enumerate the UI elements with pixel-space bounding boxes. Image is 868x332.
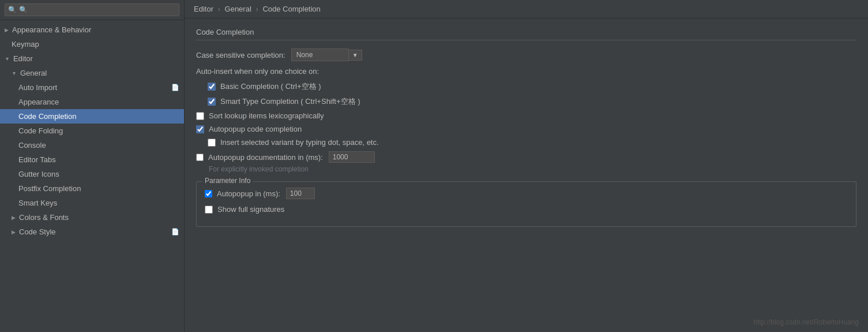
autopopup-doc-input[interactable] xyxy=(329,151,375,163)
sidebar-label-postfix-completion: Postfix Completion xyxy=(18,184,81,193)
doc-icon-auto-import: 📄 xyxy=(171,84,179,91)
sidebar-item-editor[interactable]: ▼Editor xyxy=(0,51,184,66)
sidebar-label-code-completion: Code Completion xyxy=(18,112,76,121)
show-full-sig-checkbox[interactable] xyxy=(205,206,213,214)
sidebar-label-smart-keys: Smart Keys xyxy=(18,199,57,207)
sidebar-item-appearance[interactable]: Appearance xyxy=(0,95,184,109)
sidebar-label-keymap: Keymap xyxy=(12,40,39,49)
sidebar-item-auto-import[interactable]: Auto Import📄 xyxy=(0,80,184,95)
smart-type-checkbox[interactable] xyxy=(208,98,216,106)
breadcrumb-part-0: Editor xyxy=(194,5,213,13)
sidebar: 🔍 ▶Appearance & BehaviorKeymap▼Editor▼Ge… xyxy=(0,0,185,332)
sort-lookup-checkbox[interactable] xyxy=(196,112,204,120)
sidebar-item-colors-fonts[interactable]: ▶Colors & Fonts xyxy=(0,210,184,225)
watermark: http://blog.csdn.net/RobertoHuang xyxy=(753,318,859,326)
smart-type-row: Smart Type Completion ( Ctrl+Shift+空格 ) xyxy=(208,96,856,107)
insert-variant-checkbox[interactable] xyxy=(208,139,216,147)
sidebar-label-appearance: Appearance xyxy=(18,98,59,106)
sort-lookup-row: Sort lookup items lexicographically xyxy=(196,111,856,120)
sidebar-label-editor-tabs: Editor Tabs xyxy=(18,155,56,164)
sidebar-item-appearance-behavior[interactable]: ▶Appearance & Behavior xyxy=(0,23,184,37)
autopopup-completion-checkbox[interactable] xyxy=(196,125,204,133)
sidebar-label-code-folding: Code Folding xyxy=(18,126,63,135)
sidebar-item-keymap[interactable]: Keymap xyxy=(0,37,184,51)
auto-insert-row: Auto-insert when only one choice on: xyxy=(196,67,856,76)
autopopup-completion-row: Autopopup code completion xyxy=(196,125,856,133)
autopopup-doc-row: Autopopup documentation in (ms): xyxy=(196,151,856,163)
case-sensitive-select[interactable]: NoneAllFirst letter xyxy=(291,49,349,61)
basic-completion-row: Basic Completion ( Ctrl+空格 ) xyxy=(208,81,856,92)
triangle-appearance-behavior: ▶ xyxy=(5,27,9,33)
for-explicitly-hint: For explicitly invoked completion xyxy=(209,165,856,173)
autopopup-doc-label[interactable]: Autopopup documentation in (ms): xyxy=(208,153,323,162)
sidebar-label-editor: Editor xyxy=(13,54,33,63)
doc-icon-code-style: 📄 xyxy=(171,228,179,236)
autopopup-ms-label[interactable]: Autopopup in (ms): xyxy=(217,189,280,198)
breadcrumb: Editor › General › Code Completion xyxy=(185,0,868,18)
sidebar-label-console: Console xyxy=(18,141,46,150)
insert-variant-row: Insert selected variant by typing dot, s… xyxy=(208,138,856,147)
show-full-sig-label[interactable]: Show full signatures xyxy=(217,205,284,214)
triangle-code-style: ▶ xyxy=(12,229,16,235)
sidebar-label-gutter-icons: Gutter Icons xyxy=(18,170,59,178)
sidebar-item-code-completion[interactable]: Code Completion xyxy=(0,109,184,124)
main-content: Editor › General › Code Completion Code … xyxy=(185,0,868,332)
case-sensitive-label: Case sensitive completion: xyxy=(196,51,285,59)
insert-variant-label[interactable]: Insert selected variant by typing dot, s… xyxy=(220,138,379,147)
basic-completion-indent: Basic Completion ( Ctrl+空格 ) Smart Type … xyxy=(196,81,856,107)
param-info-title: Parameter Info xyxy=(202,177,253,185)
sidebar-item-smart-keys[interactable]: Smart Keys xyxy=(0,196,184,210)
sidebar-item-code-folding[interactable]: Code Folding xyxy=(0,124,184,138)
search-bar: 🔍 xyxy=(0,0,184,20)
sidebar-item-general[interactable]: ▼General xyxy=(0,66,184,80)
sidebar-label-auto-import: Auto Import xyxy=(18,83,57,92)
triangle-general: ▼ xyxy=(12,70,17,76)
sidebar-item-code-style[interactable]: ▶Code Style📄 xyxy=(0,225,184,239)
autopopup-completion-label[interactable]: Autopopup code completion xyxy=(209,125,302,133)
autopopup-doc-checkbox[interactable] xyxy=(196,154,204,161)
autopopup-ms-checkbox[interactable] xyxy=(205,190,212,197)
case-sensitive-row: Case sensitive completion: NoneAllFirst … xyxy=(196,49,856,61)
autopopup-ms-input[interactable] xyxy=(286,188,315,199)
show-full-sig-row: Show full signatures xyxy=(205,205,848,214)
basic-completion-checkbox[interactable] xyxy=(208,83,216,91)
auto-insert-label: Auto-insert when only one choice on: xyxy=(196,67,319,76)
breadcrumb-part-1: General xyxy=(225,5,251,13)
content-area: Code Completion Case sensitive completio… xyxy=(185,18,868,236)
triangle-colors-fonts: ▶ xyxy=(12,215,16,221)
sidebar-label-general: General xyxy=(20,69,47,77)
search-icon: 🔍 xyxy=(8,6,17,14)
sidebar-item-postfix-completion[interactable]: Postfix Completion xyxy=(0,181,184,196)
nav-tree: ▶Appearance & BehaviorKeymap▼Editor▼Gene… xyxy=(0,20,184,332)
triangle-editor: ▼ xyxy=(5,56,10,62)
search-input[interactable] xyxy=(5,3,179,16)
param-info-group: Parameter Info Autopopup in (ms): Show f… xyxy=(196,181,856,227)
breadcrumb-part-2: Code Completion xyxy=(262,5,320,13)
sort-lookup-label[interactable]: Sort lookup items lexicographically xyxy=(209,111,324,120)
case-sensitive-dropdown-wrap: NoneAllFirst letter ▼ xyxy=(291,49,362,61)
sidebar-item-gutter-icons[interactable]: Gutter Icons xyxy=(0,167,184,181)
smart-type-label[interactable]: Smart Type Completion ( Ctrl+Shift+空格 ) xyxy=(220,96,360,107)
sidebar-label-colors-fonts: Colors & Fonts xyxy=(19,213,69,222)
section-title: Code Completion xyxy=(196,28,856,40)
insert-variant-indent: Insert selected variant by typing dot, s… xyxy=(196,138,856,147)
sidebar-item-console[interactable]: Console xyxy=(0,138,184,152)
breadcrumb-sep-1: › xyxy=(255,5,260,13)
case-sensitive-arrow[interactable]: ▼ xyxy=(349,50,362,61)
sidebar-label-code-style: Code Style xyxy=(19,227,56,236)
breadcrumb-sep-0: › xyxy=(218,5,223,13)
autopopup-ms-row: Autopopup in (ms): xyxy=(205,188,848,199)
sidebar-item-editor-tabs[interactable]: Editor Tabs xyxy=(0,152,184,167)
sidebar-label-appearance-behavior: Appearance & Behavior xyxy=(12,25,91,34)
basic-completion-label[interactable]: Basic Completion ( Ctrl+空格 ) xyxy=(220,81,321,92)
